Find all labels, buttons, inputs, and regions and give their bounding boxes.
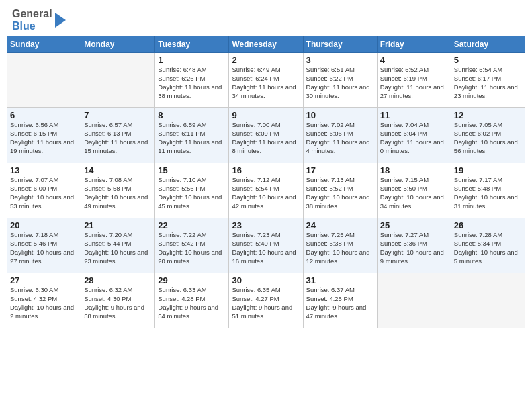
table-row: 10Sunrise: 7:02 AM Sunset: 6:06 PM Dayli… (303, 108, 377, 163)
table-row: 14Sunrise: 7:08 AM Sunset: 5:58 PM Dayli… (81, 163, 155, 218)
table-row: 19Sunrise: 7:17 AM Sunset: 5:48 PM Dayli… (451, 163, 525, 218)
table-row: 12Sunrise: 7:05 AM Sunset: 6:02 PM Dayli… (451, 108, 525, 163)
table-row: 23Sunrise: 7:23 AM Sunset: 5:40 PM Dayli… (229, 218, 303, 273)
day-number: 26 (454, 220, 522, 230)
day-number: 9 (232, 110, 300, 120)
day-number: 8 (158, 110, 226, 120)
day-number: 11 (380, 110, 448, 120)
day-info: Sunrise: 7:02 AM Sunset: 6:06 PM Dayligh… (306, 121, 374, 155)
day-number: 25 (380, 220, 448, 230)
table-row: 17Sunrise: 7:13 AM Sunset: 5:52 PM Dayli… (303, 163, 377, 218)
table-row: 30Sunrise: 6:35 AM Sunset: 4:27 PM Dayli… (229, 273, 303, 328)
table-row: 8Sunrise: 6:59 AM Sunset: 6:11 PM Daylig… (155, 108, 229, 163)
calendar-week-row: 6Sunrise: 6:56 AM Sunset: 6:15 PM Daylig… (7, 108, 525, 163)
day-number: 4 (380, 55, 448, 65)
page: General Blue Sunday Monday Tuesday Wedne… (0, 0, 532, 411)
table-row: 16Sunrise: 7:12 AM Sunset: 5:54 PM Dayli… (229, 163, 303, 218)
day-info: Sunrise: 7:15 AM Sunset: 5:50 PM Dayligh… (380, 176, 448, 210)
day-number: 30 (232, 275, 300, 285)
day-info: Sunrise: 6:33 AM Sunset: 4:28 PM Dayligh… (158, 286, 226, 320)
day-number: 20 (10, 220, 78, 230)
day-number: 17 (306, 165, 374, 175)
day-number: 3 (306, 55, 374, 65)
table-row: 11Sunrise: 7:04 AM Sunset: 6:04 PM Dayli… (377, 108, 451, 163)
day-info: Sunrise: 6:32 AM Sunset: 4:30 PM Dayligh… (84, 286, 152, 320)
day-info: Sunrise: 7:18 AM Sunset: 5:46 PM Dayligh… (10, 231, 78, 265)
table-row (451, 273, 525, 328)
table-row: 9Sunrise: 7:00 AM Sunset: 6:09 PM Daylig… (229, 108, 303, 163)
col-tuesday: Tuesday (155, 36, 229, 53)
day-info: Sunrise: 7:13 AM Sunset: 5:52 PM Dayligh… (306, 176, 374, 210)
table-row: 2Sunrise: 6:49 AM Sunset: 6:24 PM Daylig… (229, 53, 303, 108)
table-row: 1Sunrise: 6:48 AM Sunset: 6:26 PM Daylig… (155, 53, 229, 108)
day-info: Sunrise: 7:00 AM Sunset: 6:09 PM Dayligh… (232, 121, 300, 155)
table-row: 18Sunrise: 7:15 AM Sunset: 5:50 PM Dayli… (377, 163, 451, 218)
day-info: Sunrise: 6:37 AM Sunset: 4:25 PM Dayligh… (306, 286, 374, 320)
calendar-week-row: 1Sunrise: 6:48 AM Sunset: 6:26 PM Daylig… (7, 53, 525, 108)
col-sunday: Sunday (7, 36, 81, 53)
col-monday: Monday (81, 36, 155, 53)
day-number: 5 (454, 55, 522, 65)
day-number: 19 (454, 165, 522, 175)
day-info: Sunrise: 7:04 AM Sunset: 6:04 PM Dayligh… (380, 121, 448, 155)
table-row: 7Sunrise: 6:57 AM Sunset: 6:13 PM Daylig… (81, 108, 155, 163)
calendar-week-row: 13Sunrise: 7:07 AM Sunset: 6:00 PM Dayli… (7, 163, 525, 218)
day-info: Sunrise: 7:10 AM Sunset: 5:56 PM Dayligh… (158, 176, 226, 210)
table-row: 24Sunrise: 7:25 AM Sunset: 5:38 PM Dayli… (303, 218, 377, 273)
day-number: 22 (158, 220, 226, 230)
day-number: 16 (232, 165, 300, 175)
day-info: Sunrise: 6:56 AM Sunset: 6:15 PM Dayligh… (10, 121, 78, 155)
calendar-table: Sunday Monday Tuesday Wednesday Thursday… (7, 36, 525, 328)
table-row: 22Sunrise: 7:22 AM Sunset: 5:42 PM Dayli… (155, 218, 229, 273)
day-number: 18 (380, 165, 448, 175)
day-number: 27 (10, 275, 78, 285)
day-number: 23 (232, 220, 300, 230)
day-info: Sunrise: 7:17 AM Sunset: 5:48 PM Dayligh… (454, 176, 522, 210)
table-row (7, 53, 81, 108)
day-info: Sunrise: 7:12 AM Sunset: 5:54 PM Dayligh… (232, 176, 300, 210)
table-row: 20Sunrise: 7:18 AM Sunset: 5:46 PM Dayli… (7, 218, 81, 273)
day-number: 15 (158, 165, 226, 175)
day-number: 29 (158, 275, 226, 285)
day-info: Sunrise: 7:23 AM Sunset: 5:40 PM Dayligh… (232, 231, 300, 265)
day-info: Sunrise: 7:27 AM Sunset: 5:36 PM Dayligh… (380, 231, 448, 265)
day-number: 24 (306, 220, 374, 230)
table-row: 6Sunrise: 6:56 AM Sunset: 6:15 PM Daylig… (7, 108, 81, 163)
day-info: Sunrise: 7:20 AM Sunset: 5:44 PM Dayligh… (84, 231, 152, 265)
day-number: 14 (84, 165, 152, 175)
day-info: Sunrise: 6:54 AM Sunset: 6:17 PM Dayligh… (454, 66, 522, 100)
table-row: 13Sunrise: 7:07 AM Sunset: 6:00 PM Dayli… (7, 163, 81, 218)
table-row: 5Sunrise: 6:54 AM Sunset: 6:17 PM Daylig… (451, 53, 525, 108)
day-info: Sunrise: 6:35 AM Sunset: 4:27 PM Dayligh… (232, 286, 300, 320)
calendar-week-row: 20Sunrise: 7:18 AM Sunset: 5:46 PM Dayli… (7, 218, 525, 273)
day-number: 10 (306, 110, 374, 120)
col-friday: Friday (377, 36, 451, 53)
day-info: Sunrise: 6:59 AM Sunset: 6:11 PM Dayligh… (158, 121, 226, 155)
calendar-header-row: Sunday Monday Tuesday Wednesday Thursday… (7, 36, 525, 53)
table-row: 4Sunrise: 6:52 AM Sunset: 6:19 PM Daylig… (377, 53, 451, 108)
day-info: Sunrise: 6:48 AM Sunset: 6:26 PM Dayligh… (158, 66, 226, 100)
day-number: 12 (454, 110, 522, 120)
day-info: Sunrise: 6:51 AM Sunset: 6:22 PM Dayligh… (306, 66, 374, 100)
table-row: 26Sunrise: 7:28 AM Sunset: 5:34 PM Dayli… (451, 218, 525, 273)
col-saturday: Saturday (451, 36, 525, 53)
table-row: 31Sunrise: 6:37 AM Sunset: 4:25 PM Dayli… (303, 273, 377, 328)
table-row (81, 53, 155, 108)
calendar-week-row: 27Sunrise: 6:30 AM Sunset: 4:32 PM Dayli… (7, 273, 525, 328)
table-row: 21Sunrise: 7:20 AM Sunset: 5:44 PM Dayli… (81, 218, 155, 273)
table-row: 25Sunrise: 7:27 AM Sunset: 5:36 PM Dayli… (377, 218, 451, 273)
logo: General Blue (12, 8, 67, 32)
table-row (377, 273, 451, 328)
col-thursday: Thursday (303, 36, 377, 53)
day-number: 1 (158, 55, 226, 65)
day-number: 21 (84, 220, 152, 230)
day-number: 2 (232, 55, 300, 65)
day-info: Sunrise: 6:52 AM Sunset: 6:19 PM Dayligh… (380, 66, 448, 100)
svg-marker-0 (55, 13, 66, 28)
day-info: Sunrise: 7:25 AM Sunset: 5:38 PM Dayligh… (306, 231, 374, 265)
logo-triangle-icon (54, 10, 67, 30)
table-row: 27Sunrise: 6:30 AM Sunset: 4:32 PM Dayli… (7, 273, 81, 328)
table-row: 15Sunrise: 7:10 AM Sunset: 5:56 PM Dayli… (155, 163, 229, 218)
day-number: 6 (10, 110, 78, 120)
day-number: 31 (306, 275, 374, 285)
